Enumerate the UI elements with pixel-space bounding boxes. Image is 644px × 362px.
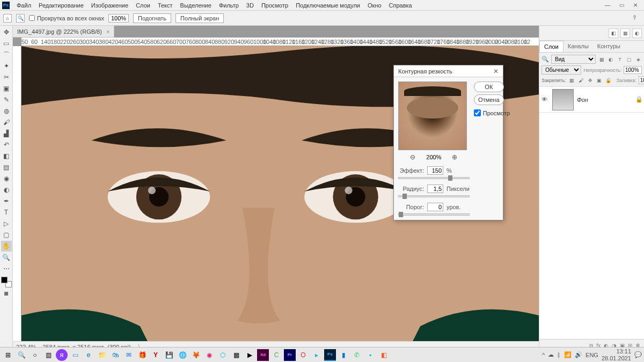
close-button[interactable]: ✕ bbox=[629, 1, 642, 10]
color-panel-icon[interactable]: ◧ bbox=[609, 28, 618, 38]
menu-image[interactable]: Изображение bbox=[87, 1, 132, 10]
filter-type-icon[interactable]: T bbox=[616, 56, 624, 63]
zoom-tool[interactable]: 🔍 bbox=[1, 252, 12, 263]
filter-smart-icon[interactable]: ◈ bbox=[634, 56, 642, 63]
tb-app[interactable]: C bbox=[270, 349, 282, 361]
scroll-all-checkbox[interactable]: Прокрутка во всех окнах bbox=[29, 15, 104, 21]
tray-vol-icon[interactable]: 🔊 bbox=[575, 351, 582, 358]
dodge-tool[interactable]: ◐ bbox=[1, 184, 12, 195]
tb-mail[interactable]: ✉ bbox=[123, 349, 135, 361]
tray-lang[interactable]: ENG bbox=[586, 352, 598, 358]
heal-tool[interactable]: ◍ bbox=[1, 106, 12, 116]
tb-yandex[interactable]: Y bbox=[150, 349, 162, 361]
preview-checkbox[interactable]: Просмотр bbox=[474, 109, 504, 116]
layer-thumbnail[interactable] bbox=[552, 89, 574, 110]
fit-button[interactable]: Подогнать bbox=[133, 13, 171, 23]
menu-text[interactable]: Текст bbox=[154, 1, 177, 10]
history-brush-tool[interactable]: ↶ bbox=[1, 139, 12, 150]
brush-tool[interactable]: 🖌 bbox=[1, 117, 12, 128]
swatches-panel-icon[interactable]: ▦ bbox=[620, 28, 630, 38]
zoom-out-icon[interactable]: ⊖ bbox=[410, 153, 415, 161]
layer-filter-select[interactable]: Вид bbox=[551, 55, 596, 64]
tb-app[interactable]: ⬡ bbox=[217, 349, 229, 361]
amount-input[interactable] bbox=[427, 166, 443, 175]
shape-tool[interactable]: ▢ bbox=[1, 230, 12, 240]
tab-channels[interactable]: Каналы bbox=[564, 41, 593, 52]
tb-premiere[interactable]: Pr bbox=[284, 349, 296, 361]
tb-photoshop[interactable]: Ps bbox=[324, 349, 336, 361]
menu-help[interactable]: Справка bbox=[385, 1, 416, 10]
menu-plugins[interactable]: Подключаемые модули bbox=[292, 1, 364, 10]
lock-pos-icon[interactable]: ✥ bbox=[587, 77, 594, 84]
fullscreen-button[interactable]: Полный экран bbox=[175, 13, 224, 23]
tab-layers[interactable]: Слои bbox=[539, 41, 564, 52]
lock-art-icon[interactable]: ▣ bbox=[596, 77, 603, 84]
dialog-titlebar[interactable]: Контурная резкость ✕ bbox=[394, 65, 503, 77]
menu-3d[interactable]: 3D bbox=[243, 1, 258, 10]
home-icon[interactable]: ⌂ bbox=[3, 14, 12, 23]
tab-paths[interactable]: Контуры bbox=[593, 41, 625, 52]
tb-firefox[interactable]: 🦊 bbox=[190, 349, 202, 361]
cancel-button[interactable]: Отмена bbox=[474, 94, 504, 105]
filter-shape-icon[interactable]: ▢ bbox=[625, 56, 633, 63]
frame-tool[interactable]: ▣ bbox=[1, 83, 12, 94]
layer-name[interactable]: Фон bbox=[577, 97, 632, 103]
hand-tool[interactable]: ✋ bbox=[1, 241, 12, 252]
maximize-button[interactable]: ▭ bbox=[615, 1, 628, 10]
document-tab[interactable]: IMG_4497.jpg @ 222% (RGB/8)× bbox=[13, 26, 114, 38]
color-swatches[interactable] bbox=[1, 277, 12, 287]
menu-layers[interactable]: Слои bbox=[132, 1, 154, 10]
tray-up-icon[interactable]: ^ bbox=[542, 352, 545, 358]
tb-app[interactable]: ▪ bbox=[364, 349, 376, 361]
menu-select[interactable]: Выделение bbox=[177, 1, 215, 10]
stamp-tool[interactable]: ▟ bbox=[1, 128, 12, 139]
path-tool[interactable]: ▷ bbox=[1, 218, 12, 229]
zoom-tool-icon[interactable]: 🔍 bbox=[16, 14, 25, 23]
search-icon[interactable]: 🔍 bbox=[541, 56, 549, 63]
taskview-icon[interactable]: ▥ bbox=[42, 349, 54, 361]
edit-toolbar[interactable]: ⋯ bbox=[1, 263, 12, 274]
lock-trans-icon[interactable]: ▦ bbox=[568, 77, 576, 84]
opacity-input[interactable] bbox=[624, 66, 642, 74]
cortana-icon[interactable]: ○ bbox=[29, 349, 41, 361]
dialog-preview[interactable] bbox=[398, 82, 467, 150]
tb-xd[interactable]: Xd bbox=[257, 349, 269, 361]
lasso-tool[interactable]: ⌒ bbox=[1, 49, 12, 60]
tb-app[interactable]: ▭ bbox=[69, 349, 81, 361]
tb-store[interactable]: 🛍 bbox=[109, 349, 121, 361]
visibility-icon[interactable]: 👁 bbox=[541, 96, 549, 104]
filter-adj-icon[interactable]: ◐ bbox=[607, 56, 614, 63]
tray-cloud-icon[interactable]: ☁ bbox=[548, 351, 554, 358]
gradient-tool[interactable]: ▤ bbox=[1, 162, 12, 173]
ok-button[interactable]: ОК bbox=[474, 82, 504, 92]
adjustments-panel-icon[interactable]: ◐ bbox=[632, 28, 642, 38]
lock-all-icon[interactable]: 🔒 bbox=[605, 77, 612, 84]
type-tool[interactable]: T bbox=[1, 207, 12, 218]
tb-app[interactable]: ▶ bbox=[244, 349, 255, 361]
tb-explorer[interactable]: 📁 bbox=[96, 349, 108, 361]
tb-chrome[interactable]: 🌐 bbox=[177, 349, 188, 361]
menu-view[interactable]: Просмотр bbox=[258, 1, 292, 10]
tray-notif-icon[interactable]: 💬 bbox=[634, 351, 642, 358]
fill-input[interactable] bbox=[639, 76, 644, 84]
threshold-slider[interactable] bbox=[398, 213, 470, 216]
wand-tool[interactable]: ✦ bbox=[1, 61, 12, 71]
eraser-tool[interactable]: ◧ bbox=[1, 151, 12, 161]
tb-save[interactable]: 💾 bbox=[163, 349, 175, 361]
share-icon[interactable]: ⇪ bbox=[632, 14, 641, 23]
zoom-in-icon[interactable]: ⊕ bbox=[452, 153, 457, 161]
tb-app[interactable]: я bbox=[56, 349, 68, 361]
tray-bt-icon[interactable]: ᛒ bbox=[557, 352, 561, 358]
move-tool[interactable]: ✥ bbox=[1, 27, 12, 38]
amount-slider[interactable] bbox=[398, 177, 470, 179]
close-tab-icon[interactable]: × bbox=[106, 28, 109, 35]
search-icon[interactable]: 🔍 bbox=[16, 349, 27, 361]
eyedropper-tool[interactable]: ✎ bbox=[1, 94, 12, 105]
menu-window[interactable]: Окно bbox=[364, 1, 385, 10]
dialog-close-icon[interactable]: ✕ bbox=[493, 68, 499, 75]
menu-edit[interactable]: Редактирование bbox=[35, 1, 87, 10]
filter-pixel-icon[interactable]: ▩ bbox=[598, 56, 605, 63]
tb-app[interactable]: 🎁 bbox=[136, 349, 148, 361]
lock-paint-icon[interactable]: 🖌 bbox=[577, 77, 585, 84]
minimize-button[interactable]: — bbox=[601, 1, 614, 10]
